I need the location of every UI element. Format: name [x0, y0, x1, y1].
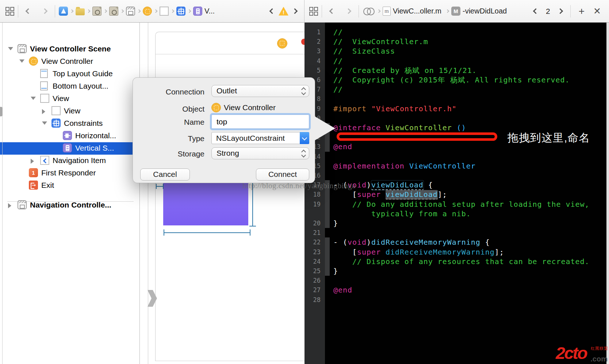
code-line[interactable]: - (void)didReceiveMemoryWarning {	[333, 237, 490, 247]
tree-row-view[interactable]: View	[0, 93, 140, 105]
code-token: //	[333, 28, 343, 36]
tree-row-top-layout-guide[interactable]: Top Layout Guide	[0, 68, 140, 80]
folder-icon[interactable]	[76, 8, 85, 15]
back-button[interactable]	[330, 9, 334, 13]
code-line[interactable]: [super viewDidLoad];	[333, 190, 447, 200]
code-line[interactable]: // SizeClass	[333, 46, 395, 56]
tree-row-constraints[interactable]: Constraints	[0, 117, 140, 130]
logo-tld: .com	[590, 355, 608, 363]
editor-scrollbar[interactable]	[606, 23, 609, 364]
code-line[interactable]: // Do any additional setup after loading…	[333, 200, 590, 209]
view-icon[interactable]	[160, 7, 169, 16]
code-line[interactable]: //	[333, 27, 343, 37]
purple-view[interactable]	[163, 178, 248, 225]
code-line[interactable]: // Dispose of any resources that can be …	[333, 257, 590, 267]
tree-row-vertical-s[interactable]: Vertical S...	[0, 142, 140, 155]
disclosure-down-icon[interactable]	[8, 47, 13, 50]
code-token: }	[333, 267, 338, 275]
storyboard-file-icon[interactable]	[109, 7, 118, 16]
code-line[interactable]: //	[333, 85, 343, 94]
line-number: 23	[303, 247, 321, 257]
app-blueprint-icon[interactable]	[59, 7, 68, 16]
previous-tab-button[interactable]	[534, 9, 538, 13]
v-constraint-icon[interactable]	[193, 7, 202, 16]
breadcrumb-tail-label[interactable]: V...	[204, 7, 215, 15]
cancel-button[interactable]: Cancel	[140, 169, 190, 181]
leading-constraint-line[interactable]	[156, 186, 163, 187]
disclosure-down-icon[interactable]	[42, 121, 47, 125]
chevron-right-icon	[171, 9, 175, 13]
tree-row-exit[interactable]: Exit	[0, 179, 140, 192]
tree-row-view-controller-scene[interactable]: View Controller Scene	[0, 43, 140, 55]
code-line[interactable]: // ViewController.m	[333, 37, 428, 47]
storage-popup[interactable]: Strong	[211, 147, 309, 159]
disclosure-right-icon[interactable]	[42, 109, 45, 114]
connect-button[interactable]: Connect	[256, 169, 309, 181]
code-line[interactable]: #import "ViewController.h"	[333, 104, 457, 114]
tree-row-horizontal[interactable]: Horizontal...	[0, 130, 140, 142]
panel-collapse-handle[interactable]	[0, 107, 3, 116]
line-number: 1	[303, 27, 321, 37]
code-line[interactable]: @interface ViewController ()	[333, 123, 466, 133]
view-controller-icon[interactable]	[143, 7, 152, 16]
line-number: 22	[303, 237, 321, 247]
popup-stepper-icon	[301, 150, 306, 158]
constraints-icon[interactable]	[176, 7, 185, 16]
next-tab-button[interactable]	[558, 9, 562, 13]
name-input[interactable]: top	[211, 115, 309, 129]
previous-issue-button[interactable]	[270, 9, 274, 13]
code-line[interactable]: @end	[333, 285, 352, 295]
view-controller-badge-icon[interactable]	[277, 38, 287, 49]
v-constraint-icon	[63, 143, 72, 152]
disclosure-right-icon[interactable]	[8, 203, 11, 208]
divider	[570, 5, 571, 18]
related-items-icon[interactable]	[309, 7, 318, 16]
scene-dock-icon[interactable]	[126, 7, 135, 16]
code-line[interactable]: @implementation ViewController	[333, 161, 476, 171]
disclosure-down-icon[interactable]	[31, 97, 36, 100]
code-line[interactable]: }	[333, 266, 338, 276]
divider	[18, 5, 18, 18]
tree-row-navigation-item[interactable]: Navigation Item	[0, 155, 140, 167]
tree-row-view[interactable]: View	[0, 105, 140, 117]
line-number: 5	[303, 66, 321, 75]
forward-button[interactable]	[43, 9, 47, 13]
change-bar	[325, 237, 330, 276]
tree-row-view-controller[interactable]: View Controller	[0, 55, 140, 68]
code-line[interactable]: // Copyright (c) 2015年 杨斌. All rights re…	[333, 75, 570, 85]
breadcrumb-method[interactable]: -viewDidLoad	[463, 7, 507, 15]
type-combobox[interactable]: NSLayoutConstraint	[211, 132, 309, 144]
code-token: @interface	[333, 123, 381, 132]
back-button[interactable]	[26, 9, 30, 13]
storyboard-file-icon[interactable]	[92, 7, 102, 16]
code-token: ViewController	[409, 162, 476, 170]
tree-row-label: View	[53, 94, 69, 103]
connection-popup[interactable]: Outlet	[211, 85, 309, 97]
counterparts-icon[interactable]	[363, 7, 375, 16]
close-editor-button[interactable]: ✕	[593, 6, 601, 16]
tree-row-first-responder[interactable]: First Responder	[0, 167, 140, 179]
code-line[interactable]: //	[333, 56, 343, 66]
code-line[interactable]: // Created by 杨斌 on 15/1/21.	[333, 66, 477, 75]
tree-row-bottom-layout[interactable]: Bottom Layout...	[0, 80, 140, 93]
next-issue-button[interactable]	[293, 9, 297, 13]
combo-dropdown-button[interactable]	[300, 132, 309, 144]
document-outline: View Controller SceneView ControllerTop …	[0, 23, 140, 364]
breadcrumb-file[interactable]: ViewC...oller.m	[393, 7, 441, 15]
object-value: View Controller	[224, 103, 276, 112]
code-line[interactable]: [super didReceiveMemoryWarning];	[333, 247, 504, 257]
source-editor[interactable]: 1//2// ViewController.m3// SizeClass4//5…	[304, 23, 609, 364]
code-line[interactable]: }	[333, 218, 338, 228]
warning-icon[interactable]	[279, 7, 288, 16]
code-line[interactable]: @end	[333, 142, 352, 152]
tree-row-navigation-controlle[interactable]: Navigation Controlle...	[0, 199, 140, 212]
forward-button[interactable]	[346, 9, 351, 13]
tree-row-label: Bottom Layout...	[53, 82, 108, 90]
disclosure-down-icon[interactable]	[19, 59, 24, 63]
width-constraint-line[interactable]	[164, 232, 250, 233]
code-line[interactable]: typically from a nib.	[333, 209, 471, 219]
add-tab-button[interactable]: +	[579, 5, 585, 17]
related-items-icon[interactable]	[5, 7, 14, 16]
disclosure-right-icon[interactable]	[31, 159, 34, 164]
watermark-logo: 2cto 红黑联盟 .com	[556, 344, 609, 363]
